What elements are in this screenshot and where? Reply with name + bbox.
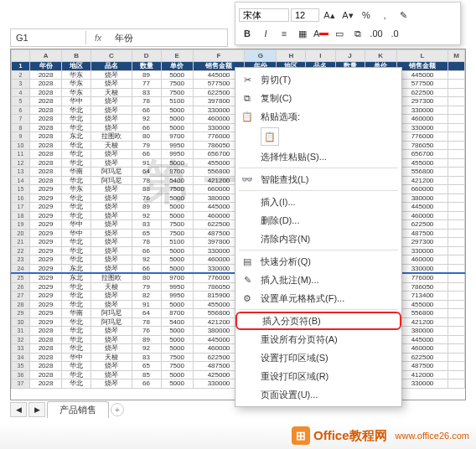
tab-nav-next[interactable]: ▶ <box>28 402 45 417</box>
cell[interactable]: 2029 <box>30 273 62 282</box>
cell[interactable]: 7500 <box>161 229 193 238</box>
cell[interactable]: 330000 <box>396 106 448 115</box>
row-header[interactable]: 20 <box>12 229 30 238</box>
cell[interactable]: 华中 <box>62 97 91 106</box>
cell[interactable]: 烧琴 <box>91 97 132 106</box>
cell[interactable]: 78 <box>132 238 161 247</box>
cell[interactable]: 2029 <box>30 282 62 292</box>
cell[interactable]: 2028 <box>30 80 62 89</box>
font-color-button[interactable]: A <box>313 25 329 42</box>
cell[interactable]: 拉图欧 <box>91 132 132 142</box>
cell[interactable]: 华北 <box>62 300 91 309</box>
cell[interactable]: 2029 <box>30 317 62 327</box>
cell[interactable]: 华东 <box>62 80 91 89</box>
row-header[interactable]: 9 <box>12 132 30 142</box>
col-header[interactable]: E <box>161 50 193 62</box>
cell[interactable]: 76 <box>132 194 161 203</box>
menu-insert-page-break[interactable]: 插入分页符(B) <box>235 312 401 330</box>
row-header[interactable]: 36 <box>12 370 30 379</box>
cell[interactable]: 80 <box>132 132 161 142</box>
row-header[interactable]: 7 <box>12 115 30 124</box>
cell[interactable]: 297300 <box>396 238 448 247</box>
cell[interactable]: 烧琴 <box>91 238 132 247</box>
col-header[interactable]: L <box>396 50 448 62</box>
cell[interactable]: 华北 <box>62 327 91 336</box>
row-header[interactable]: 32 <box>12 335 30 344</box>
tab-nav-prev[interactable]: ◀ <box>10 402 27 417</box>
cell[interactable]: 2028 <box>30 115 62 124</box>
cell[interactable]: 7500 <box>161 362 193 371</box>
cell[interactable]: 天梭 <box>91 141 132 150</box>
cell[interactable]: 83 <box>132 220 161 230</box>
cell[interactable]: 786050 <box>396 282 448 292</box>
cell[interactable]: 2029 <box>30 185 62 194</box>
cell[interactable]: 2028 <box>30 344 62 354</box>
cell[interactable]: 2029 <box>30 264 62 273</box>
increase-font-icon[interactable]: A▴ <box>321 7 338 23</box>
header-cell[interactable]: 年份 <box>30 62 62 71</box>
cell[interactable]: 烧琴 <box>91 255 132 265</box>
cell[interactable]: 9950 <box>161 282 193 292</box>
cell[interactable]: 83 <box>132 353 161 362</box>
cell[interactable]: 2028 <box>30 327 62 336</box>
row-header[interactable]: 14 <box>12 176 30 185</box>
cell[interactable]: 烧琴 <box>91 123 132 132</box>
cell[interactable]: 460000 <box>396 255 448 265</box>
cell[interactable]: 7500 <box>161 185 193 194</box>
cell[interactable]: 330000 <box>396 123 448 132</box>
row-header[interactable]: 15 <box>12 185 30 194</box>
cell[interactable]: 5400 <box>161 317 193 327</box>
cell[interactable]: 622500 <box>396 88 448 97</box>
fill-color-button[interactable]: ▦ <box>294 25 311 42</box>
menu-copy[interactable]: ⧉复制(C) <box>235 89 401 107</box>
row-header[interactable]: 3 <box>12 80 30 89</box>
cell[interactable]: 2028 <box>30 158 62 168</box>
cell[interactable]: 460000 <box>396 211 448 220</box>
cell[interactable]: 5000 <box>161 106 193 115</box>
cell[interactable]: 2029 <box>30 220 62 230</box>
cell[interactable]: 330000 <box>396 264 448 273</box>
cell[interactable]: 460000 <box>396 115 448 124</box>
decrease-font-icon[interactable]: A▾ <box>339 7 356 23</box>
header-cell[interactable]: 品名 <box>91 62 132 71</box>
cell[interactable]: 89 <box>132 203 161 212</box>
cell[interactable]: 776000 <box>396 273 448 282</box>
cell[interactable]: 5400 <box>161 176 193 185</box>
row-header[interactable]: 12 <box>12 158 30 168</box>
col-header[interactable]: H <box>277 50 306 62</box>
row-header[interactable]: 22 <box>12 246 30 255</box>
cell[interactable]: 2028 <box>30 97 62 106</box>
cell[interactable]: 297300 <box>396 97 448 106</box>
paste-option-1[interactable]: 📋 <box>261 127 279 146</box>
cell[interactable]: 9700 <box>161 273 193 282</box>
cell[interactable]: 烧琴 <box>91 106 132 115</box>
col-header[interactable]: D <box>132 50 161 62</box>
cell[interactable]: 64 <box>132 309 161 318</box>
cell[interactable]: 5000 <box>161 344 193 354</box>
cell[interactable]: 5000 <box>161 115 193 124</box>
cell[interactable]: 65 <box>132 229 161 238</box>
cell[interactable]: 华南 <box>62 168 91 177</box>
cell[interactable]: 2028 <box>30 176 62 185</box>
font-name-select[interactable] <box>239 8 289 22</box>
cell[interactable]: 华北 <box>62 211 91 220</box>
cell[interactable]: 7500 <box>161 220 193 230</box>
cell[interactable]: 64 <box>132 168 161 177</box>
cell[interactable]: 华北 <box>62 344 91 354</box>
cell[interactable]: 华北 <box>62 255 91 265</box>
cell[interactable]: 东北 <box>62 273 91 282</box>
percent-icon[interactable]: % <box>358 7 375 23</box>
col-header[interactable]: A <box>30 50 62 62</box>
cell[interactable]: 2028 <box>30 88 62 97</box>
col-header[interactable]: J <box>335 50 365 62</box>
header-cell[interactable]: 单价 <box>161 62 193 71</box>
cell[interactable]: 330000 <box>396 379 448 389</box>
cell[interactable]: 东北 <box>62 132 91 142</box>
cell[interactable]: 80 <box>132 273 161 282</box>
row-header[interactable]: 31 <box>12 327 30 336</box>
cell[interactable]: 2029 <box>30 203 62 212</box>
cell[interactable]: 华北 <box>62 246 91 255</box>
menu-insert[interactable]: 插入(I)... <box>235 193 401 211</box>
cell[interactable]: 天梭 <box>91 88 132 97</box>
menu-insert-comment[interactable]: ✎插入批注(M)... <box>235 271 401 289</box>
